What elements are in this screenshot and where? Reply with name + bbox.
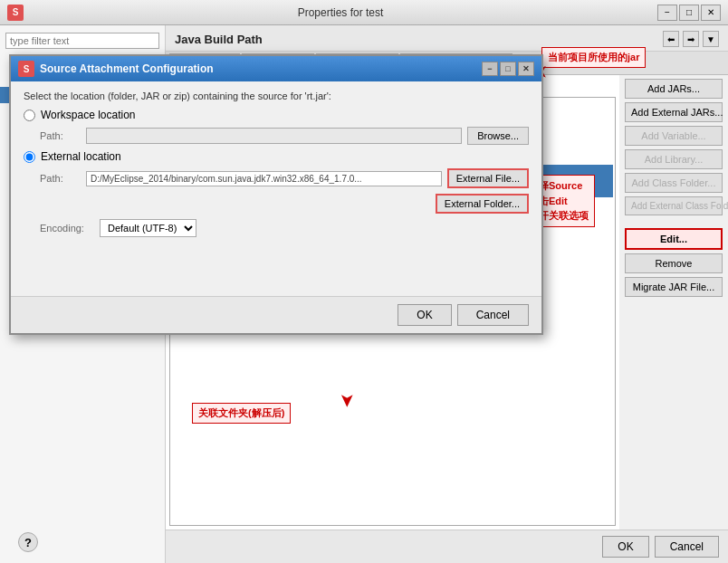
add-class-folder-button[interactable]: Add Class Folder... [625, 173, 723, 193]
annotation-link-folder: 关联文件夹(解压后) [192, 403, 291, 424]
source-attachment-dialog: S Source Attachment Configuration − □ ✕ … [9, 54, 543, 335]
title-bar-left: S [7, 5, 24, 21]
dialog-desc: Select the location (folder, JAR or zip)… [24, 91, 529, 101]
filter-input[interactable] [5, 33, 159, 49]
remove-button[interactable]: Remove [625, 253, 723, 273]
dialog-maximize-button[interactable]: □ [500, 62, 516, 76]
title-bar-controls: − □ ✕ [657, 5, 721, 21]
workspace-radio-row: Workspace location [24, 109, 529, 121]
arrow-folder: ➤ [337, 393, 359, 408]
dialog-title: Source Attachment Configuration [40, 62, 214, 75]
dialog-cancel-button[interactable]: Cancel [457, 304, 529, 326]
add-variable-button[interactable]: Add Variable... [625, 126, 723, 146]
workspace-label[interactable]: Workspace location [41, 109, 136, 121]
minimize-button[interactable]: − [657, 5, 677, 21]
window-title: Properties for test [24, 6, 657, 19]
add-external-jars-button[interactable]: Add External JARs... [625, 102, 723, 122]
workspace-path-input[interactable] [86, 128, 462, 144]
dialog-title-controls: − □ ✕ [482, 62, 534, 76]
ext-path-label: Path: [40, 173, 81, 184]
workspace-path-label: Path: [40, 130, 81, 141]
encoding-select[interactable]: Default (UTF-8) UTF-8 ISO-8859-1 [100, 219, 196, 237]
dialog-title-bar: S Source Attachment Configuration − □ ✕ [11, 56, 541, 81]
add-ext-class-folder-button[interactable]: Add External Class Folder... [625, 196, 723, 215]
app-icon: S [7, 5, 24, 21]
ext-path-input[interactable] [86, 171, 442, 186]
menu-icon[interactable]: ▼ [703, 31, 719, 47]
edit-button[interactable]: Edit... [625, 228, 723, 250]
workspace-radio[interactable] [24, 110, 35, 121]
browse-button[interactable]: Browse... [467, 127, 529, 145]
dialog-body: Select the location (folder, JAR or zip)… [11, 81, 541, 296]
nav-forward-icon[interactable]: ➡ [683, 31, 699, 47]
annotation-jar-in-use: 当前项目所使用的jar [541, 47, 646, 68]
right-buttons-panel: Add JARs... Add External JARs... Add Var… [619, 75, 728, 530]
content-title: Java Build Path [175, 33, 263, 46]
external-path-row: Path: External File... [24, 168, 529, 188]
encoding-label: Encoding: [40, 223, 94, 234]
migrate-jar-button[interactable]: Migrate JAR File... [625, 277, 723, 297]
bottom-buttons: OK Cancel [166, 530, 728, 563]
external-radio[interactable] [24, 151, 35, 163]
external-folder-button[interactable]: External Folder... [436, 194, 529, 214]
encoding-row: Encoding: Default (UTF-8) UTF-8 ISO-8859… [24, 219, 529, 237]
workspace-path-row: Path: Browse... [24, 127, 529, 145]
header-icons: ⬅ ➡ ▼ [663, 31, 719, 47]
ok-button[interactable]: OK [602, 536, 648, 558]
nav-back-icon[interactable]: ⬅ [663, 31, 679, 47]
external-label[interactable]: External location [41, 150, 121, 163]
close-button[interactable]: ✕ [701, 5, 721, 21]
cancel-button[interactable]: Cancel [655, 536, 719, 558]
dialog-minimize-button[interactable]: − [482, 62, 498, 76]
add-jars-button[interactable]: Add JARs... [625, 79, 723, 99]
ext-folder-row: External Folder... [24, 194, 529, 214]
dialog-ok-button[interactable]: OK [398, 304, 451, 326]
add-library-button[interactable]: Add Library... [625, 149, 723, 169]
help-icon[interactable]: ? [18, 532, 38, 552]
title-bar: S Properties for test − □ ✕ [0, 0, 728, 25]
dialog-app-icon: S [18, 61, 34, 77]
dialog-close-button[interactable]: ✕ [518, 62, 534, 76]
external-radio-row: External location [24, 150, 529, 163]
dialog-bottom: OK Cancel [11, 296, 541, 333]
external-file-button[interactable]: External File... [447, 168, 529, 188]
maximize-button[interactable]: □ [679, 5, 699, 21]
